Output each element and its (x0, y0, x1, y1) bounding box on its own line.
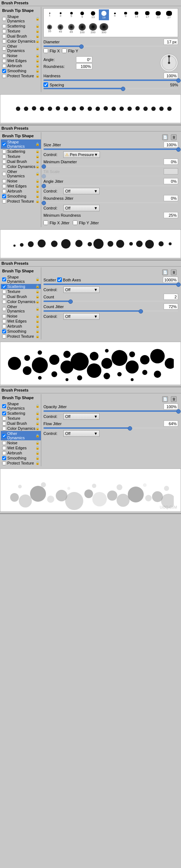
sidebar-item-other-dynamics[interactable]: Other Dynamics 🔒 (1, 44, 41, 53)
sidebar-item-4-color[interactable]: Color Dynamics 🔒 (1, 426, 41, 431)
cb-4-other[interactable] (2, 434, 6, 438)
cb-other-dynamics[interactable] (2, 47, 6, 51)
sidebar-item-4-protect[interactable]: Protect Texture 🔒 (1, 461, 41, 466)
cb-3-texture[interactable] (2, 290, 6, 294)
cb-4-protect[interactable] (2, 461, 6, 465)
cb-3-scatter[interactable] (2, 285, 6, 289)
opacity-jitter-value[interactable]: 100% (164, 403, 178, 410)
brush-100[interactable]: 100 (77, 23, 87, 34)
scatter-control-select[interactable]: Off ▼ (63, 286, 100, 293)
sidebar-item-4-scatter[interactable]: Scattering 🔒 (1, 411, 41, 416)
cb-wet-edges[interactable] (2, 59, 6, 63)
sidebar-item-2-protect[interactable]: Protect Texture 🔒 (1, 199, 41, 204)
sidebar-item-2-air[interactable]: Airbrush 🔒 (1, 189, 41, 194)
size-jitter-slider[interactable] (43, 148, 178, 150)
brush-grid[interactable]: 1 3 5 9 13 (43, 8, 178, 37)
sidebar-item-protect-texture[interactable]: Protect Texture 🔒 (1, 73, 41, 78)
sidebar-item-2-shape[interactable]: Shape Dynamics 🔒 (1, 139, 41, 149)
brush-19-selected[interactable]: 19 (99, 9, 109, 20)
cb-2-color[interactable] (2, 165, 6, 169)
cb-4-dual[interactable] (2, 422, 6, 426)
sidebar-item-wet-edges[interactable]: Wet Edges 🔒 (1, 58, 41, 63)
sidebar-item-3-scatter[interactable]: Scattering 🔒 (1, 284, 41, 289)
cb-texture[interactable] (2, 29, 6, 33)
cb-2-air[interactable] (2, 189, 6, 193)
brush-1[interactable]: 1 (45, 9, 55, 20)
control-3-select[interactable]: Off ▼ (63, 205, 100, 211)
spacing-slider[interactable] (43, 88, 178, 89)
brush-13[interactable]: 13 (88, 9, 98, 20)
brush-17[interactable]: 17 (142, 9, 152, 20)
brush-3[interactable]: 3 (55, 9, 66, 20)
hardness-slider[interactable] (43, 79, 178, 81)
brush-5b[interactable]: 5 (110, 9, 120, 20)
sidebar-item-2-wet[interactable]: Wet Edges 🔒 (1, 183, 41, 189)
sidebar-item-3-wet[interactable]: Wet Edges 🔒 (1, 319, 41, 324)
count-jitter-value[interactable]: 72% (164, 303, 178, 310)
roundness-jitter-slider[interactable] (43, 202, 178, 203)
flip-y-jitter-cb[interactable] (73, 220, 77, 225)
cb-3-wet[interactable] (2, 319, 6, 323)
cb-3-smooth[interactable] (2, 329, 6, 333)
control-2-select[interactable]: Off ▼ (63, 188, 100, 194)
brush-35[interactable]: 35 (45, 23, 55, 34)
angle-value[interactable]: 0° (76, 56, 92, 62)
page-icon-3[interactable]: 📄 (162, 269, 168, 275)
page-icon-4[interactable]: 📄 (162, 396, 168, 402)
flip-y-cb[interactable] (62, 48, 67, 53)
cb-4-scatter[interactable] (2, 411, 6, 415)
sidebar-item-2-color[interactable]: Color Dynamics 🔒 (1, 164, 41, 169)
sidebar-item-4-dual[interactable]: Dual Brush 🔒 (1, 421, 41, 426)
sidebar-item-4-smooth[interactable]: Smoothing 🔒 (1, 455, 41, 461)
sidebar-item-4-other[interactable]: Other Dynamics 🔒 (1, 431, 41, 440)
min-diam-slider[interactable] (43, 165, 178, 167)
sidebar-item-2-texture[interactable]: Texture 🔒 (1, 154, 41, 159)
trash-icon-2[interactable]: 🗑 (171, 134, 177, 140)
diameter-slider[interactable] (43, 46, 178, 47)
trash-icon-4[interactable]: 🗑 (171, 396, 177, 402)
count-slider[interactable] (43, 301, 178, 302)
cb-3-protect[interactable] (2, 334, 6, 338)
brush-21[interactable]: 21 (153, 9, 163, 20)
flow-jitter-slider[interactable] (43, 427, 178, 429)
sidebar-item-dual-brush[interactable]: Dual Brush 🔒 (1, 34, 41, 39)
cb-3-color[interactable] (2, 300, 6, 304)
cb-4-shape[interactable] (2, 404, 6, 408)
min-roundness-value[interactable]: 25% (164, 212, 178, 218)
cb-3-shape[interactable] (2, 277, 6, 281)
cb-2-dual[interactable] (2, 160, 6, 164)
cb-color-dynamics[interactable] (2, 39, 6, 43)
sidebar-item-4-noise[interactable]: Noise 🔒 (1, 440, 41, 445)
sidebar-item-3-shape[interactable]: Shape Dynamics 🔒 (1, 275, 41, 284)
flip-x-cb[interactable] (43, 48, 48, 53)
sidebar-item-2-scatter[interactable]: Scattering 🔒 (1, 149, 41, 154)
sidebar-item-3-noise[interactable]: Noise 🔒 (1, 314, 41, 319)
cb-2-noise[interactable] (2, 179, 6, 183)
brush-5[interactable]: 5 (66, 9, 76, 20)
sidebar-item-4-shape[interactable]: Shape Dynamics 🔒 (1, 401, 41, 411)
cb-2-shape[interactable] (2, 142, 6, 146)
opacity-control-select[interactable]: Off ▼ (63, 413, 100, 420)
cb-2-texture[interactable] (2, 155, 6, 159)
angle-jitter-value[interactable]: 0% (164, 178, 178, 184)
cb-protect-texture[interactable] (2, 74, 6, 78)
angle-jitter-slider[interactable] (43, 185, 178, 186)
sidebar-item-shape-dynamics[interactable]: Shape Dynamics 🔒 (1, 14, 41, 23)
sidebar-item-3-dual[interactable]: Dual Brush 🔒 (1, 294, 41, 299)
cb-4-color[interactable] (2, 427, 6, 431)
brush-9[interactable]: 9 (77, 9, 87, 20)
brush-300[interactable]: 300 (99, 23, 109, 34)
cb-smoothing[interactable] (2, 69, 6, 73)
hardness-value[interactable]: 100% (164, 73, 178, 79)
cb-scattering[interactable] (2, 24, 6, 28)
cb-dual-brush[interactable] (2, 34, 6, 38)
count-jitter-slider[interactable] (43, 310, 178, 312)
sidebar-item-smoothing[interactable]: Smoothing 🔒 (1, 68, 41, 73)
brush-65[interactable]: 65 (66, 23, 76, 34)
cb-2-protect[interactable] (2, 199, 6, 203)
scatter-slider[interactable] (43, 284, 178, 285)
cb-airbrush[interactable] (2, 64, 6, 68)
cb-2-smooth[interactable] (2, 194, 6, 198)
cb-2-wet[interactable] (2, 184, 6, 188)
cb-2-other[interactable] (2, 172, 6, 176)
